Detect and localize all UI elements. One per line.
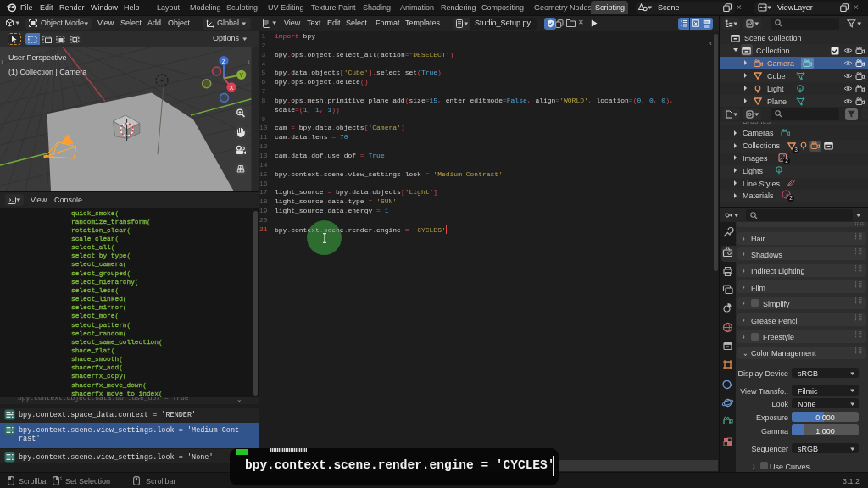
svg-text:Z: Z	[222, 58, 226, 65]
svg-text:‹: ‹	[248, 58, 250, 66]
svg-text:Y: Y	[239, 71, 243, 79]
svg-text:X: X	[229, 84, 233, 92]
